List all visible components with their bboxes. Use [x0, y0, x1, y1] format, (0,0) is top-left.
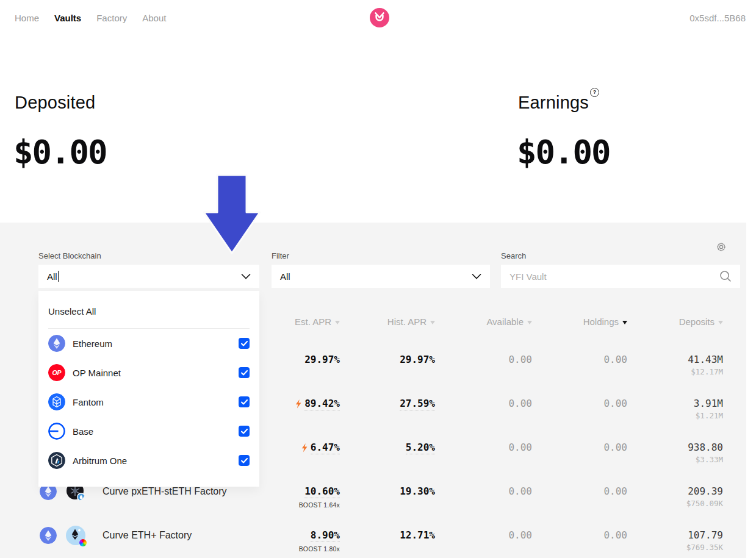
search-icon: [719, 270, 732, 282]
deposited-label: Deposited: [15, 93, 95, 113]
unselect-all-option[interactable]: Unselect All: [38, 301, 259, 321]
nav-item-home[interactable]: Home: [15, 13, 39, 23]
earnings-label: Earnings?: [518, 93, 598, 113]
nav-item-about[interactable]: About: [142, 13, 166, 23]
deposited-value: $0.00: [13, 133, 107, 171]
arbitrum-one-icon: [48, 452, 65, 469]
wallet-address[interactable]: 0x5sdf...5B68: [689, 0, 746, 35]
checkbox-checked[interactable]: [239, 367, 250, 378]
pointer-arrow-annotation: [201, 173, 262, 256]
search-label: Search: [501, 251, 740, 260]
nav-item-vaults[interactable]: Vaults: [54, 13, 81, 23]
top-nav: Home Vaults Factory About 0x5sdf...5B68: [0, 0, 756, 35]
filter-select-value: All: [280, 271, 290, 282]
nav-links: Home Vaults Factory About: [15, 0, 166, 35]
sort-arrow-icon: [335, 321, 340, 324]
text-caret: [58, 271, 59, 282]
ethplus-token-icon: [66, 526, 85, 545]
earnings-value: $0.00: [517, 133, 610, 171]
checkbox-checked[interactable]: [239, 455, 250, 466]
yearn-logo-icon[interactable]: [370, 8, 389, 27]
filter-control: Filter All: [272, 251, 490, 288]
blockchain-dropdown: Unselect All Ethereum OP OP Mainnet Fant…: [38, 291, 259, 487]
chain-option-op-mainnet[interactable]: OP OP Mainnet: [38, 358, 259, 387]
chain-option-arbitrum-one[interactable]: Arbitrum One: [38, 446, 259, 475]
filter-label: Filter: [272, 251, 490, 260]
ethereum-icon: [48, 335, 65, 352]
chain-option-fantom[interactable]: Fantom: [38, 387, 259, 417]
sort-arrow-icon: [527, 321, 532, 324]
checkbox-checked[interactable]: [239, 426, 250, 437]
filter-select-input[interactable]: All: [272, 265, 490, 288]
blockchain-select-value: All: [47, 271, 57, 282]
vault-name: Curve ETH+ Factory: [103, 530, 192, 541]
sort-arrow-active-icon: [622, 321, 627, 324]
checkbox-checked[interactable]: [239, 396, 250, 407]
table-row[interactable]: Curve ETH+ Factory 8.90%BOOST 1.80x 12.7…: [40, 513, 723, 557]
search-placeholder: YFI Vault: [509, 271, 547, 282]
chain-option-base[interactable]: Base: [38, 417, 259, 446]
header-hist-apr[interactable]: Hist. APR: [340, 317, 435, 327]
blockchain-select-input[interactable]: All: [38, 265, 259, 288]
search-control: Search YFI Vault: [501, 251, 740, 288]
svg-text:OP: OP: [52, 369, 62, 376]
search-input[interactable]: YFI Vault: [501, 265, 740, 288]
sort-arrow-icon: [718, 321, 723, 324]
chevron-down-icon: [472, 273, 481, 279]
sort-arrow-icon: [430, 321, 435, 324]
chevron-down-icon: [241, 273, 251, 279]
header-deposits[interactable]: Deposits: [627, 317, 723, 327]
chain-option-ethereum[interactable]: Ethereum: [38, 329, 259, 358]
vault-name: Curve pxETH-stETH Factory: [103, 486, 227, 497]
nav-item-factory[interactable]: Factory: [96, 13, 127, 23]
op-mainnet-icon: OP: [48, 364, 65, 381]
base-icon: [48, 423, 65, 440]
ethereum-chain-icon: [40, 527, 57, 544]
vaults-panel: Select Blockchain All Filter All Search …: [0, 223, 746, 558]
boost-multiplier: BOOST 1.80x: [254, 544, 340, 554]
boost-bolt-icon: [301, 443, 308, 452]
fantom-icon: [48, 393, 65, 410]
header-available[interactable]: Available: [435, 317, 532, 327]
checkbox-checked[interactable]: [239, 338, 250, 349]
boost-bolt-icon: [295, 399, 301, 409]
header-est-apr[interactable]: Est. APR: [254, 317, 340, 327]
earnings-help-icon[interactable]: ?: [590, 88, 599, 97]
header-holdings[interactable]: Holdings: [532, 317, 627, 327]
boost-multiplier: BOOST 1.64x: [254, 500, 340, 510]
blockchain-select-control: Select Blockchain All: [38, 251, 259, 288]
